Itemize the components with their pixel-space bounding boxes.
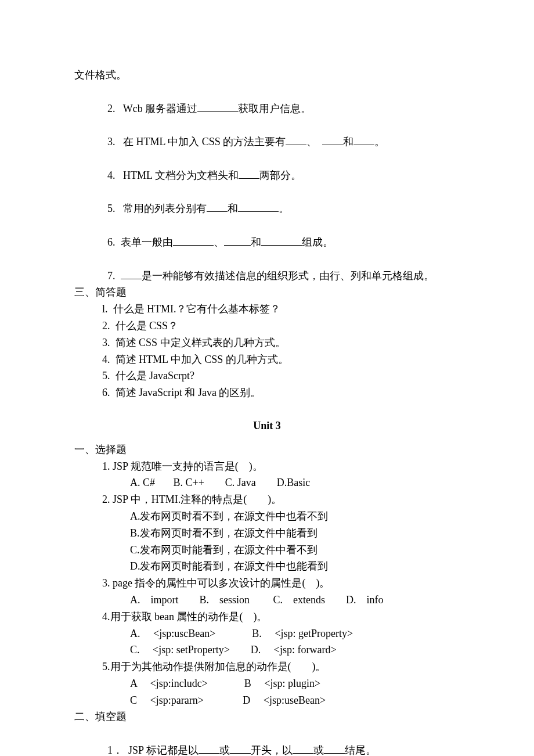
blank-field[interactable] [199, 743, 219, 754]
text-fragment: 6. 表单一般由 [107, 236, 173, 248]
text-fragment: 或 [313, 744, 324, 756]
fill-blank-item: 7. 是一种能够有效描述信息的组织形式，由行、列和单元格组成。 [74, 251, 460, 285]
question-item: 6. 简述 JavaScript 和 Java 的区别。 [74, 384, 460, 401]
blank-field[interactable] [224, 235, 251, 246]
blank-field[interactable] [121, 269, 142, 279]
blank-field[interactable] [324, 743, 345, 754]
text-fragment: 。 [374, 136, 385, 147]
text-fragment: 。 [279, 203, 289, 214]
mcq-option: B.发布网页时看不到，在源文件中能看到 [74, 525, 460, 542]
blank-field[interactable] [173, 235, 214, 246]
blank-field[interactable] [293, 743, 313, 754]
mcq-option: A.发布网页时看不到，在源文件中也看不到 [74, 508, 460, 525]
text-fragment: 两部分。 [259, 170, 301, 181]
mcq-options: C. <jsp: setProperty> D. <jsp: forward> [74, 642, 460, 658]
text-fragment: 7. [107, 270, 121, 282]
mcq-options: A. import B. session C. extends D. info [74, 592, 460, 609]
text-fragment: 2. Wcb 服务器通过 [107, 103, 197, 114]
text-fragment: 结尾。 [345, 744, 376, 756]
mcq-item: 1. JSP 规范唯一支持的语言是( )。 [74, 458, 460, 475]
text-fragment: 组成。 [302, 236, 333, 248]
section-title: 一、选择题 [74, 441, 460, 458]
text-fragment: 3. 在 HTML 中加入 CSS 的方法主要有 [107, 136, 286, 147]
question-item: 2. 什么是 CSS？ [74, 318, 460, 334]
fill-blank-item: 1． JSP 标记都是以或开头，以或结尾。 [74, 725, 460, 756]
text-fragment: 获取用户信息。 [238, 103, 311, 114]
mcq-item: 2. JSP 中，HTMI.注释的特点是( )。 [74, 491, 460, 508]
question-item: l. 什么是 HTMI.？它有什么基本标签？ [74, 301, 460, 318]
question-item: 5. 什么是 JavaScrpt? [74, 368, 460, 384]
fill-blank-item: 6. 表单一般由、和组成。 [74, 217, 460, 251]
text-fragment: 、 [306, 136, 317, 147]
question-item: 3. 简述 CSS 中定义样式表的几种方式。 [74, 334, 460, 351]
text-fragment: 开头，以 [251, 744, 293, 756]
text-fragment: 或 [219, 744, 230, 756]
mcq-item: 3. page 指令的属性中可以多次设计的属性是( )。 [74, 575, 460, 592]
text-fragment: 是一种能够有效描述信息的组织形式，由行、列和单元格组成。 [142, 270, 434, 282]
text-fragment: 4. HTML 文档分为文档头和 [107, 170, 239, 181]
mcq-option: C.发布网页时能看到，在源文件中看不到 [74, 542, 460, 559]
text-fragment: 和 [251, 236, 261, 248]
blank-field[interactable] [207, 201, 228, 212]
text-fragment: 5. 常用的列表分别有 [107, 203, 207, 214]
unit-header: Unit 3 [74, 417, 460, 434]
mcq-options: A. C# B. C++ C. Java D.Basic [74, 474, 460, 491]
blank-field[interactable] [239, 168, 259, 179]
text-fragment: 、 [214, 236, 224, 248]
mcq-option: D.发布网页时能看到，在源文件中也能看到 [74, 558, 460, 575]
fill-blank-item: 2. Wcb 服务器通过获取用户信息。 [74, 84, 460, 117]
text-fragment: 1． JSP 标记都是以 [107, 744, 199, 756]
text-line: 文件格式。 [74, 67, 460, 84]
blank-field[interactable] [197, 102, 238, 112]
blank-field[interactable] [322, 135, 343, 145]
blank-field[interactable] [238, 201, 279, 212]
blank-field[interactable] [230, 743, 251, 754]
fill-blank-item: 4. HTML 文档分为文档头和两部分。 [74, 150, 460, 184]
fill-blank-item: 5. 常用的列表分别有和。 [74, 184, 460, 218]
mcq-options: C <jsp:pararn> D <jsp:useBean> [74, 692, 460, 709]
blank-field[interactable] [353, 135, 374, 145]
text-fragment: 和 [228, 203, 238, 214]
mcq-options: A <jsp:includc> B <jsp: plugin> [74, 675, 460, 692]
blank-field[interactable] [261, 235, 302, 246]
text-fragment: 和 [343, 136, 353, 147]
mcq-item: 4.用于获取 bean 属性的动作是( )。 [74, 609, 460, 625]
mcq-item: 5.用于为其他动作提供附加信息的动作是( )。 [74, 658, 460, 675]
section-title: 二、填空题 [74, 708, 460, 725]
mcq-options: A. <jsp:uscBean> B. <jsp: getProperty> [74, 625, 460, 642]
question-item: 4. 简述 HTML 中加入 CSS 的几种方式。 [74, 351, 460, 368]
blank-field[interactable] [286, 135, 306, 145]
fill-blank-item: 3. 在 HTML 中加入 CSS 的方法主要有、 和。 [74, 117, 460, 150]
section-title: 三、简答题 [74, 284, 460, 301]
